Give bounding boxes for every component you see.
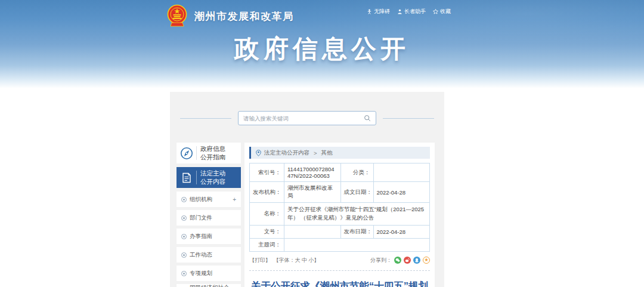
- favorite-star-icon: [433, 9, 438, 14]
- accessibility-link[interactable]: 无障碍: [367, 8, 390, 16]
- divider: [196, 171, 197, 184]
- national-emblem-icon: [166, 4, 188, 28]
- breadcrumb-separator: >: [314, 150, 317, 156]
- share-label: 分享到：: [370, 257, 392, 264]
- publish-date-label: 发布日期：: [340, 225, 373, 238]
- banner: 潮州市发展和改革局 无障碍 长者助手 收藏: [0, 0, 644, 88]
- document-meta-table: 索引号： 11441700007280447N/2022-00063 分类： 发…: [249, 163, 430, 252]
- bullet-circle-icon: [181, 234, 187, 239]
- banner-page-title: 政府信息公开: [0, 32, 644, 66]
- decorative-line-left: [180, 118, 231, 119]
- print-font-controls: 【打印】 【字体：大 中 小】: [249, 257, 321, 264]
- doc-number-label: 文号：: [250, 225, 284, 238]
- divider: [196, 146, 197, 160]
- written-date-label: 成文日期：: [340, 182, 373, 203]
- sidebar-item-service-guide[interactable]: 办事指南: [177, 229, 241, 244]
- sidebar-item-special-plans[interactable]: 专项规划: [177, 266, 241, 281]
- table-row: 索引号： 11441700007280447N/2022-00063 分类：: [250, 163, 430, 182]
- font-size-control[interactable]: 【字体：大 中 小】: [274, 257, 320, 263]
- breadcrumb: 法定主动公开内容 > 其他: [249, 147, 430, 159]
- sidebar-item-label: 办事指南: [190, 233, 212, 240]
- document-icon: [179, 172, 194, 184]
- table-row: 主题词：: [250, 238, 430, 251]
- magnifier-icon[interactable]: [364, 115, 371, 122]
- sidebar-item-label: 专项规划: [190, 270, 212, 277]
- sidebar-item-statutory-disclosure[interactable]: 法定主动 公开内容: [177, 167, 241, 188]
- written-date-value: 2022-04-28: [373, 182, 430, 203]
- sidebar-item-work-updates[interactable]: 工作动态: [177, 247, 241, 263]
- more-share-icon[interactable]: ★: [423, 257, 430, 264]
- sidebar: 政府信息 公开指南: [177, 143, 241, 287]
- sidebar-item-label: 工作动态: [190, 251, 212, 259]
- print-button[interactable]: 【打印】: [249, 257, 271, 263]
- index-number-label: 索引号：: [250, 163, 284, 182]
- bullet-circle-icon: [181, 197, 187, 202]
- wechat-share-icon[interactable]: [394, 257, 401, 264]
- publish-date-value: 2022-04-28: [373, 225, 430, 238]
- expand-plus-icon[interactable]: +: [233, 196, 236, 203]
- site-name: 潮州市发展和改革局: [194, 10, 294, 23]
- content-columns: 政府信息 公开指南: [170, 143, 444, 287]
- publisher-label: 发布机构：: [250, 182, 284, 203]
- index-number-value: 11441700007280447N/2022-00063: [284, 163, 341, 182]
- location-pin-icon: [256, 150, 261, 156]
- top-link-label: 长者助手: [404, 8, 426, 16]
- site-header: 潮州市发展和改革局: [166, 4, 294, 28]
- sidebar-item-label: 国民经济和社会发...: [190, 284, 236, 287]
- keywords-value: [284, 238, 430, 251]
- dashed-divider: [249, 270, 430, 271]
- weibo-share-icon[interactable]: [404, 257, 411, 264]
- article-title: 关于公开征求《潮州市节能“十四五”规划（2021—2025年） （征求意见稿）》…: [250, 279, 430, 287]
- sidebar-item-department-documents[interactable]: 部门文件: [177, 210, 241, 226]
- table-row: 发布机构： 潮州市发展和改革局 成文日期： 2022-04-28: [250, 182, 430, 203]
- search-row: [170, 92, 444, 125]
- elder-assistant-icon: [397, 9, 402, 14]
- breadcrumb-section[interactable]: 法定主动公开内容: [264, 149, 309, 157]
- article-tools: 【打印】 【字体：大 中 小】 分享到：: [249, 257, 430, 264]
- content-panel: 政府信息 公开指南: [170, 92, 444, 287]
- table-row: 文号： 发布日期： 2022-04-28: [250, 225, 430, 238]
- top-links: 无障碍 长者助手 收藏: [367, 8, 451, 16]
- bullet-circle-icon: [181, 252, 187, 258]
- share-controls: 分享到：: [370, 257, 430, 264]
- keywords-label: 主题词：: [250, 238, 284, 251]
- main-content: 法定主动公开内容 > 其他 索引号： 11441700007280447N/20…: [244, 143, 435, 287]
- top-link-label: 无障碍: [374, 8, 390, 16]
- name-value: 关于公开征求《潮州市节能“十四五”规划（2021—2025年） （征求意见稿）》…: [284, 203, 430, 226]
- bullet-circle-icon: [181, 215, 187, 221]
- top-link-label: 收藏: [440, 8, 451, 16]
- sidebar-item-disclosure-guide[interactable]: 政府信息 公开指南: [177, 143, 241, 163]
- accessibility-icon: [367, 9, 372, 14]
- favorite-link[interactable]: 收藏: [433, 8, 451, 16]
- breadcrumb-current: 其他: [321, 149, 333, 157]
- sidebar-item-national-economy[interactable]: 国民经济和社会发...: [177, 284, 241, 287]
- sidebar-item-label: 部门文件: [190, 214, 212, 222]
- qq-share-icon[interactable]: [413, 257, 420, 264]
- doc-number-value: [284, 225, 341, 238]
- name-label: 名称：: [250, 203, 284, 226]
- sidebar-item-label: 组织机构: [190, 196, 212, 203]
- category-label: 分类：: [340, 163, 373, 182]
- bullet-circle-icon: [181, 271, 187, 276]
- table-row: 名称： 关于公开征求《潮州市节能“十四五”规划（2021—2025年） （征求意…: [250, 203, 430, 226]
- page: 潮州市发展和改革局 无障碍 长者助手 收藏: [0, 0, 644, 287]
- category-value: [373, 163, 430, 182]
- sidebar-item-organization[interactable]: 组织机构 +: [177, 192, 241, 207]
- sidebar-item-label: 政府信息 公开指南: [200, 145, 225, 161]
- decorative-line-right: [383, 118, 434, 119]
- elder-assistant-link[interactable]: 长者助手: [397, 8, 426, 16]
- compass-icon: [179, 147, 194, 160]
- sidebar-item-label: 法定主动 公开内容: [200, 169, 225, 186]
- search-box: [238, 111, 376, 125]
- publisher-value: 潮州市发展和改革局: [284, 182, 341, 203]
- search-input[interactable]: [243, 115, 364, 122]
